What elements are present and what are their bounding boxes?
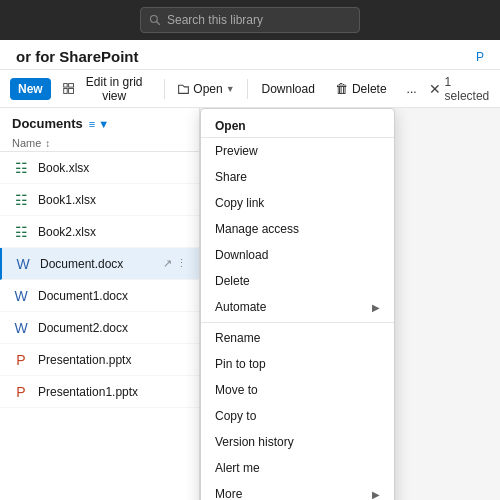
- toolbar: New Edit in grid view Open ▼ Download 🗑 …: [0, 70, 500, 108]
- content-row: Documents ≡ ▼ Name ↕ ☷ Book.xlsx ☷ Book1…: [0, 108, 500, 500]
- menu-item-label: Automate: [215, 300, 266, 314]
- right-panel: Open Preview Share Copy link Manage acce…: [200, 108, 500, 500]
- menu-item-label: More: [215, 487, 242, 500]
- word-icon: W: [14, 255, 32, 273]
- more-action-icon[interactable]: ⋮: [176, 257, 187, 270]
- context-menu: Open Preview Share Copy link Manage acce…: [200, 108, 395, 500]
- file-name: Book2.xlsx: [38, 225, 187, 239]
- menu-item-label: Move to: [215, 383, 258, 397]
- close-selection-icon[interactable]: ✕: [429, 81, 441, 97]
- file-name: Document.docx: [40, 257, 155, 271]
- app-title-bar: or for SharePoint P: [0, 40, 500, 70]
- svg-rect-4: [63, 89, 67, 94]
- menu-item-pin-to-top[interactable]: Pin to top: [201, 351, 394, 377]
- excel-icon: ☷: [12, 223, 30, 241]
- edit-grid-icon: [63, 82, 74, 95]
- file-list-header: Documents ≡ ▼: [0, 108, 199, 135]
- app-title-right: P: [476, 50, 484, 64]
- menu-item-label: Version history: [215, 435, 294, 449]
- search-icon: [149, 14, 161, 26]
- selected-count-area: ✕ 1 selected: [429, 75, 490, 103]
- menu-item-move-to[interactable]: Move to: [201, 377, 394, 403]
- svg-rect-3: [68, 84, 73, 88]
- edit-grid-button[interactable]: Edit in grid view: [55, 71, 159, 107]
- context-menu-header: Open: [201, 113, 394, 138]
- menu-item-label: Delete: [215, 274, 250, 288]
- file-name: Document2.docx: [38, 321, 187, 335]
- menu-item-copy-link[interactable]: Copy link: [201, 190, 394, 216]
- list-item[interactable]: W Document1.docx: [0, 280, 199, 312]
- toolbar-divider-1: [164, 79, 165, 99]
- file-name: Document1.docx: [38, 289, 187, 303]
- ppt-icon: P: [12, 351, 30, 369]
- list-item[interactable]: W Document2.docx: [0, 312, 199, 344]
- selected-count-label: 1 selected: [445, 75, 490, 103]
- list-item[interactable]: P Presentation.pptx: [0, 344, 199, 376]
- excel-icon: ☷: [12, 159, 30, 177]
- column-header: Name ↕: [0, 135, 199, 152]
- delete-label: Delete: [352, 82, 387, 96]
- word-icon: W: [12, 287, 30, 305]
- menu-item-label: Copy link: [215, 196, 264, 210]
- menu-item-label: Pin to top: [215, 357, 266, 371]
- open-label: Open: [193, 82, 222, 96]
- menu-item-delete[interactable]: Delete: [201, 268, 394, 294]
- menu-item-label: Manage access: [215, 222, 299, 236]
- file-list-filter-icon[interactable]: ≡ ▼: [89, 118, 109, 130]
- list-item[interactable]: ☷ Book1.xlsx: [0, 184, 199, 216]
- menu-item-preview[interactable]: Preview: [201, 138, 394, 164]
- menu-item-label: Download: [215, 248, 268, 262]
- chevron-right-icon: ▶: [372, 489, 380, 500]
- menu-item-share[interactable]: Share: [201, 164, 394, 190]
- menu-item-more[interactable]: More ▶: [201, 481, 394, 500]
- list-item[interactable]: W Document.docx ↗ ⋮: [0, 248, 199, 280]
- file-list-panel: Documents ≡ ▼ Name ↕ ☷ Book.xlsx ☷ Book1…: [0, 108, 200, 500]
- new-button[interactable]: New: [10, 78, 51, 100]
- menu-item-alert-me[interactable]: Alert me: [201, 455, 394, 481]
- column-name-label: Name: [12, 137, 41, 149]
- menu-item-automate[interactable]: Automate ▶: [201, 294, 394, 320]
- share-action-icon[interactable]: ↗: [163, 257, 172, 270]
- menu-item-label: Rename: [215, 331, 260, 345]
- menu-item-label: Share: [215, 170, 247, 184]
- app-title: or for SharePoint: [16, 48, 139, 65]
- menu-item-label: Preview: [215, 144, 258, 158]
- more-button[interactable]: ...: [399, 78, 425, 100]
- list-item[interactable]: P Presentation1.pptx: [0, 376, 199, 408]
- search-placeholder: Search this library: [167, 13, 263, 27]
- toolbar-divider-2: [247, 79, 248, 99]
- svg-rect-5: [68, 89, 73, 94]
- menu-divider: [201, 322, 394, 323]
- menu-item-version-history[interactable]: Version history: [201, 429, 394, 455]
- search-box[interactable]: Search this library: [140, 7, 360, 33]
- word-icon: W: [12, 319, 30, 337]
- ppt-icon: P: [12, 383, 30, 401]
- file-name: Book1.xlsx: [38, 193, 187, 207]
- svg-rect-2: [63, 84, 67, 88]
- top-bar: Search this library: [0, 0, 500, 40]
- main-area: or for SharePoint P New Edit in grid vie…: [0, 40, 500, 500]
- file-list-title: Documents: [12, 116, 83, 131]
- menu-item-download[interactable]: Download: [201, 242, 394, 268]
- trash-icon: 🗑: [335, 81, 348, 96]
- file-name: Presentation1.pptx: [38, 385, 187, 399]
- menu-item-copy-to[interactable]: Copy to: [201, 403, 394, 429]
- open-icon: [177, 82, 190, 95]
- menu-item-rename[interactable]: Rename: [201, 325, 394, 351]
- svg-line-1: [157, 22, 160, 25]
- list-item[interactable]: ☷ Book2.xlsx: [0, 216, 199, 248]
- edit-grid-label: Edit in grid view: [78, 75, 151, 103]
- open-button[interactable]: Open ▼: [171, 78, 240, 100]
- file-name: Presentation.pptx: [38, 353, 187, 367]
- chevron-right-icon: ▶: [372, 302, 380, 313]
- file-actions: ↗ ⋮: [163, 257, 187, 270]
- menu-item-label: Alert me: [215, 461, 260, 475]
- list-item[interactable]: ☷ Book.xlsx: [0, 152, 199, 184]
- download-button[interactable]: Download: [254, 78, 323, 100]
- delete-button[interactable]: 🗑 Delete: [327, 77, 395, 100]
- open-chevron-icon: ▼: [226, 84, 235, 94]
- sort-icon[interactable]: ↕: [45, 138, 50, 149]
- excel-icon: ☷: [12, 191, 30, 209]
- menu-item-manage-access[interactable]: Manage access: [201, 216, 394, 242]
- file-name: Book.xlsx: [38, 161, 187, 175]
